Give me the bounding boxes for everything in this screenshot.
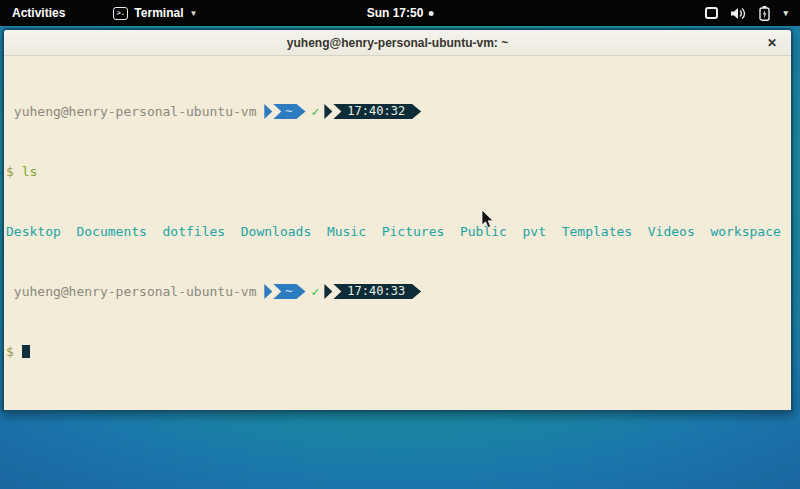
system-status-menu[interactable]: ▾ [693,0,800,26]
prompt-symbol: $ [6,164,22,179]
powerline-arrow-icon [324,284,332,299]
directory-entry: Desktop [6,224,61,239]
window-title: yuheng@henry-personal-ubuntu-vm: ~ [287,36,508,50]
prompt-line: yuheng@henry-personal-ubuntu-vm ~ ✓ 17:4… [6,104,789,119]
directory-entry: Videos [648,224,695,239]
notification-dot-icon [428,11,433,16]
screencast-icon [705,7,718,19]
prompt-cwd-badge: ~ [273,284,305,299]
prompt-time-badge: 17:40:32 [333,104,421,119]
prompt-user: yuheng@henry-personal-ubuntu-vm [6,104,264,119]
prompt-symbol: $ [6,344,14,359]
status-check-icon: ✓ [306,284,325,299]
prompt-cwd-badge: ~ [273,104,305,119]
directory-entry: workspace [710,224,780,239]
directory-entry: dotfiles [163,224,226,239]
chevron-down-icon: ▼ [189,9,197,18]
directory-entry: Public [460,224,507,239]
text-cursor [22,345,30,358]
close-button[interactable]: ✕ [763,34,781,52]
volume-icon [731,7,746,20]
command-text: ls [22,164,38,179]
prompt-time-badge: 17:40:33 [333,284,421,299]
powerline-arrow-icon [264,104,272,119]
window-titlebar[interactable]: yuheng@henry-personal-ubuntu-vm: ~ ✕ [4,30,791,56]
powerline-arrow-icon [264,284,272,299]
app-menu-terminal[interactable]: >. Terminal ▼ [105,0,205,26]
directory-entry: Downloads [241,224,311,239]
directory-entry: Documents [76,224,146,239]
directory-entry: Music [327,224,366,239]
terminal-screen[interactable]: yuheng@henry-personal-ubuntu-vm ~ ✓ 17:4… [4,56,791,410]
activities-button[interactable]: Activities [0,0,77,26]
directory-entry: Pictures [382,224,445,239]
close-icon: ✕ [767,36,777,50]
ls-output-line: Desktop Documents dotfiles Downloads Mus… [6,224,789,239]
battery-charging-icon [759,6,770,21]
prompt-user: yuheng@henry-personal-ubuntu-vm [6,284,264,299]
top-bar: Activities >. Terminal ▼ Sun 17:50 ▾ [0,0,800,26]
clock-label: Sun 17:50 [367,6,424,20]
app-menu-label: Terminal [134,6,183,20]
input-line[interactable]: $ [6,344,789,359]
command-line: $ ls [6,164,789,179]
prompt-line: yuheng@henry-personal-ubuntu-vm ~ ✓ 17:4… [6,284,789,299]
directory-entry: pvt [523,224,546,239]
terminal-window: yuheng@henry-personal-ubuntu-vm: ~ ✕ yuh… [2,28,793,412]
activities-label: Activities [12,6,65,20]
clock-button[interactable]: Sun 17:50 [359,0,442,26]
powerline-arrow-icon [324,104,332,119]
directory-entry: Templates [562,224,632,239]
status-check-icon: ✓ [306,104,325,119]
terminal-app-icon: >. [113,7,128,20]
chevron-down-icon: ▾ [783,8,788,18]
